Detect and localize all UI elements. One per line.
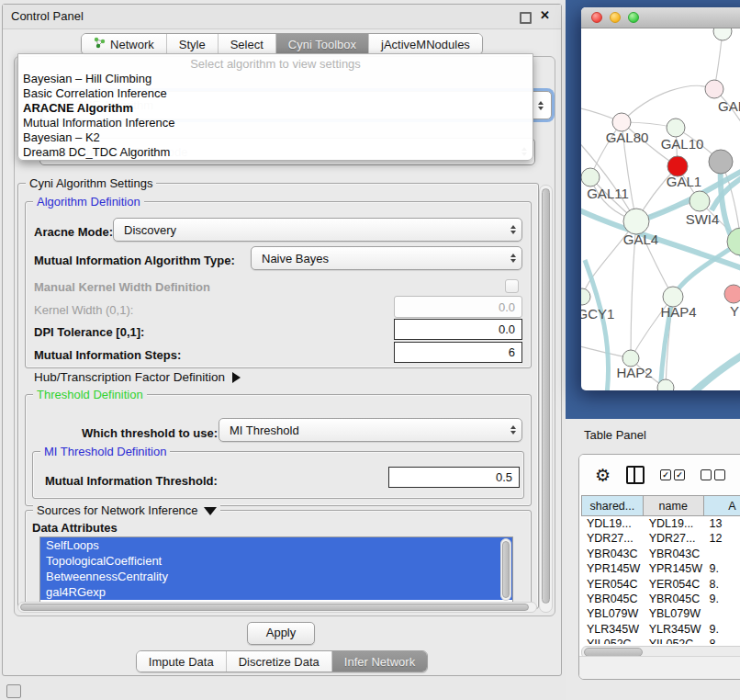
table-row[interactable]: YDR27...YDR27...12 [581,531,740,546]
table-header-row[interactable]: shared...nameA [581,495,740,516]
kernel-width-label: Kernel Width (0,1): [34,303,133,317]
apply-button[interactable]: Apply [247,622,315,645]
sources-group-title[interactable]: Sources for Network Inference [33,503,220,517]
table-cell: YBR043C [644,547,704,561]
zoom-traffic-light-icon[interactable] [628,12,639,23]
network-node-label: GAL11 [587,186,629,201]
network-node-label: HAP4 [660,304,696,320]
tab-style[interactable]: Style [167,34,219,54]
mi-threshold-field[interactable]: 0.5 [388,467,520,488]
bottom-tabstrip: Impute DataDiscretize DataInfer Network [3,650,561,672]
algorithm-option-mutual-information-inference[interactable]: Mutual Information Inference [18,116,533,130]
kernel-width-field[interactable]: 0.0 [394,296,522,318]
network-node[interactable] [690,191,710,211]
algorithm-option-bayesian-k2[interactable]: Bayesian – K2 [18,130,533,145]
table-row[interactable]: YDL19...YDL19...13 [581,516,740,531]
tab-select[interactable]: Select [219,34,276,54]
cytoscape-desktop: GALGAL80GAL10GAL1GAL11SWI4GAL4GCY1HAP4YH… [566,0,740,419]
aracne-mode-label: Aracne Mode: [34,225,113,239]
column-header-shared[interactable]: shared... [581,495,644,516]
tab-cyni-toolbox[interactable]: Cyni Toolbox [276,34,369,54]
table-cell: 8. [704,577,740,592]
network-icon [94,37,106,51]
mi-steps-label: Mutual Information Steps: [34,348,181,362]
table-footer [579,656,740,679]
algorithm-option-bayesian-hill-climbing[interactable]: Bayesian – Hill Climbing [18,72,533,86]
mi-algorithm-type-combobox[interactable]: Naive Bayes [251,246,522,270]
table-cell [704,606,740,621]
network-canvas[interactable]: GALGAL80GAL10GAL1GAL11SWI4GAL4GCY1HAP4YH… [581,28,740,390]
table-cell: YDR27... [581,531,644,546]
gear-icon[interactable]: ⚙ [595,467,611,484]
manual-kernel-width-checkbox[interactable] [505,279,519,293]
table-row[interactable]: YPR145WYPR145W9. [581,561,740,576]
dpi-tolerance-field[interactable]: 0.0 [394,319,522,340]
control-panel-title: Control Panel [11,9,84,23]
minimized-panel-icon[interactable] [6,684,21,698]
network-node[interactable] [709,150,733,174]
table-cell: YDL19... [581,516,644,531]
network-node[interactable] [705,80,723,98]
aracne-mode-combobox[interactable]: Discovery [113,218,522,242]
which-threshold-label: Which threshold to use: [82,426,218,440]
collapsed-arrow-icon [232,372,241,383]
table-panel-title: Table Panel [584,428,646,442]
float-panel-icon[interactable] [520,12,532,24]
cyni-settings-group-title: Cyni Algorithm Settings [26,176,156,190]
manual-kernel-width-label: Manual Kernel Width Definition [34,280,210,294]
table-row[interactable]: YIL052CYIL052C8. [581,637,740,644]
mi-steps-field[interactable]: 6 [394,342,522,363]
network-node[interactable] [581,288,590,305]
network-node[interactable] [612,113,631,131]
network-view-window: GALGAL80GAL10GAL1GAL11SWI4GAL4GCY1HAP4YH… [581,7,740,390]
settings-horizontal-scrollbar[interactable] [17,602,537,613]
algorithm-option-dream8-dc-tdc-algorithm[interactable]: Dream8 DC_TDC Algorithm [18,145,533,160]
attribute-item-selfloops[interactable]: SelfLoops [40,537,512,553]
attribute-item-gal4rgexp[interactable]: gal4RGexp [40,584,512,600]
attribute-item-topologicalcoefficient[interactable]: TopologicalCoefficient [40,553,512,569]
which-threshold-combobox[interactable]: MI Threshold [219,418,522,442]
tab-jactivemnodules[interactable]: jActiveMNodules [369,34,482,54]
unchecked-boxes-icon[interactable] [701,469,725,480]
table-row[interactable]: YBR045CYBR045C9. [581,592,740,606]
table-cell: YLR345W [644,622,704,637]
combo-arrows-icon [510,225,516,234]
attributes-list-scrollbar[interactable] [500,538,511,601]
tab-discretize-data[interactable]: Discretize Data [227,651,332,672]
network-node[interactable] [623,209,649,234]
table-cell: YBR045C [644,592,704,606]
attribute-item-betweennesscentrality[interactable]: BetweennessCentrality [40,569,512,584]
data-attributes-list[interactable]: SelfLoopsTopologicalCoefficientBetweenne… [39,536,513,603]
table-row[interactable]: YBR043CYBR043C [581,547,740,561]
network-node[interactable] [667,119,685,137]
mi-threshold-group-title: MI Threshold Definition [40,445,170,458]
table-row[interactable]: YER054CYER054C8. [581,577,740,592]
hub-factor-expander[interactable]: Hub/Transcription Factor Definition [34,370,241,384]
tab-infer-network[interactable]: Infer Network [332,651,427,672]
settings-vertical-scrollbar[interactable] [539,185,553,613]
network-node-label: GAL80 [606,130,649,145]
tab-impute-data[interactable]: Impute Data [137,651,227,672]
close-panel-icon[interactable]: ✕ [540,8,550,22]
tab-network[interactable]: Network [82,34,167,54]
split-columns-icon[interactable] [626,466,645,484]
network-node[interactable] [713,28,732,40]
checked-boxes-icon[interactable]: ✓✓ [660,469,685,480]
table-row[interactable]: YBL079WYBL079W [581,606,740,621]
algorithm-option-basic-correlation-inference[interactable]: Basic Correlation Inference [18,86,533,101]
column-header-a[interactable]: A [704,495,740,516]
column-header-name[interactable]: name [644,495,704,516]
table-cell: 8. [704,637,740,644]
minimize-traffic-light-icon[interactable] [610,12,621,23]
network-edge-thick [585,260,609,390]
network-node[interactable] [724,285,740,303]
table-cell: YLR345W [581,622,644,637]
close-traffic-light-icon[interactable] [591,12,602,23]
table-row[interactable]: YLR345WYLR345W9. [581,622,740,637]
table-cell: YDL19... [644,516,704,531]
application-window: Control Panel ✕ NetworkStyleSelectCyni T… [0,0,740,700]
mi-threshold-label: Mutual Information Threshold: [45,474,218,488]
network-window-titlebar [581,7,740,28]
algorithm-option-aracne-algorithm[interactable]: ARACNE Algorithm [18,101,533,116]
network-node[interactable] [581,168,600,186]
